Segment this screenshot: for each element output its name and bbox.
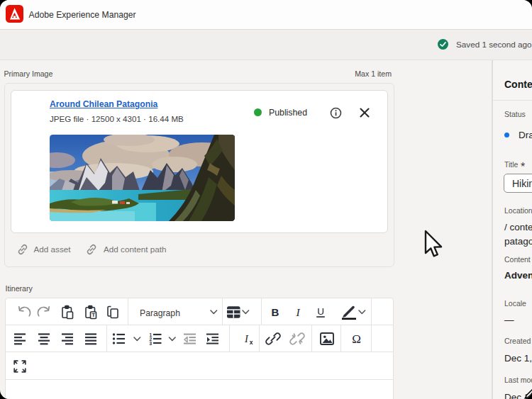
svg-text:x: x	[250, 339, 253, 346]
svg-text:Ω: Ω	[352, 332, 361, 346]
svg-text:I: I	[295, 306, 300, 318]
svg-text:B: B	[272, 306, 279, 318]
svg-text:Paragraph: Paragraph	[140, 308, 180, 318]
svg-text:T: T	[92, 312, 95, 318]
svg-text:I: I	[244, 333, 249, 344]
svg-text:3: 3	[150, 341, 153, 346]
svg-text:U: U	[317, 306, 324, 317]
